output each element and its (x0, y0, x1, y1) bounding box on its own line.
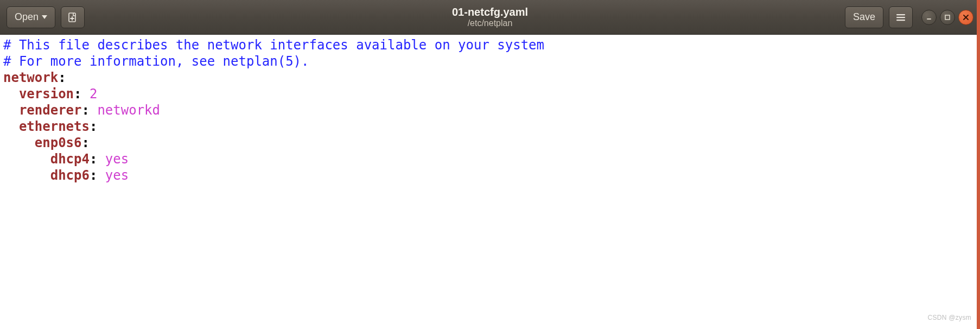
hamburger-menu-button[interactable] (889, 7, 913, 28)
yaml-scalar: yes (105, 151, 129, 167)
yaml-key: version (19, 86, 74, 102)
title-center: 01-netcfg.yaml /etc/netplan (452, 6, 528, 28)
yaml-key: ethernets (19, 119, 90, 134)
maximize-icon (944, 14, 951, 21)
yaml-key: network (3, 70, 58, 85)
indent (3, 86, 19, 102)
title-bar: Open 01-netcfg.yaml /etc/netplan Save (0, 0, 980, 35)
yaml-colon: : (82, 135, 90, 150)
svg-rect-1 (896, 14, 905, 15)
yaml-colon: : (90, 119, 97, 134)
document-path: /etc/netplan (452, 18, 528, 28)
yaml-colon: : (74, 86, 90, 102)
header-right-group: Save (845, 7, 973, 28)
svg-rect-3 (896, 20, 905, 21)
window-controls (921, 10, 973, 25)
indent (3, 168, 50, 183)
window-close-button[interactable] (958, 10, 973, 25)
yaml-colon: : (90, 151, 105, 167)
chevron-down-icon (42, 15, 47, 19)
save-button-label: Save (853, 11, 875, 23)
close-icon (962, 14, 970, 21)
hamburger-icon (895, 12, 906, 23)
yaml-key: enp0s6 (35, 135, 82, 150)
open-button-label: Open (15, 11, 39, 23)
svg-rect-5 (945, 15, 950, 20)
indent (3, 135, 35, 150)
yaml-key: dhcp4 (50, 151, 90, 167)
indent (3, 119, 19, 134)
yaml-colon: : (58, 70, 66, 85)
yaml-scalar: yes (105, 168, 129, 183)
document-title: 01-netcfg.yaml (452, 6, 528, 18)
save-button[interactable]: Save (845, 7, 883, 28)
indent (3, 103, 19, 118)
code-comment: # This file describes the network interf… (3, 37, 544, 53)
code-comment: # For more information, see netplan(5). (3, 54, 309, 69)
window-maximize-button[interactable] (940, 10, 955, 25)
yaml-colon: : (82, 103, 98, 118)
new-tab-button[interactable] (61, 7, 85, 28)
svg-rect-4 (927, 18, 931, 20)
yaml-key: dhcp6 (50, 168, 90, 183)
editor-area[interactable]: # This file describes the network interf… (0, 35, 980, 329)
window-minimize-button[interactable] (921, 10, 937, 25)
indent (3, 151, 50, 167)
new-document-icon (67, 12, 78, 23)
yaml-scalar: 2 (90, 86, 97, 102)
yaml-colon: : (90, 168, 105, 183)
watermark: CSDN @zysm (927, 309, 971, 326)
open-button[interactable]: Open (7, 7, 55, 28)
yaml-scalar: networkd (97, 103, 160, 118)
yaml-key: renderer (19, 103, 82, 118)
svg-rect-2 (896, 17, 905, 18)
minimize-icon (925, 14, 933, 21)
